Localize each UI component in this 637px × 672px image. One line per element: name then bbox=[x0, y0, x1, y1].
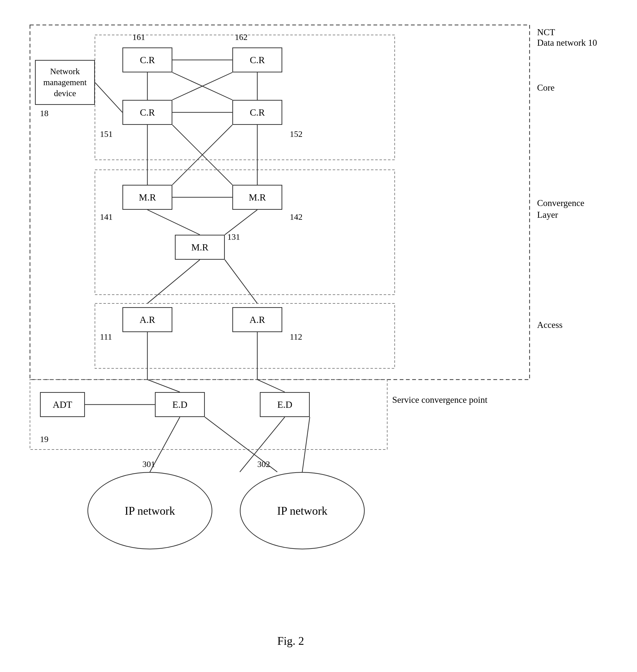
num-141: 141 bbox=[100, 212, 113, 222]
svg-line-17 bbox=[225, 210, 257, 235]
cr-152-label: C.R bbox=[250, 107, 265, 118]
svg-line-16 bbox=[147, 210, 200, 235]
ip-network-1: IP network bbox=[87, 472, 212, 549]
svg-line-19 bbox=[225, 260, 257, 303]
ed-301-box: E.D bbox=[155, 392, 205, 417]
num-162: 162 bbox=[235, 33, 248, 42]
num-301: 301 bbox=[142, 460, 155, 469]
svg-line-8 bbox=[172, 72, 232, 100]
num-131: 131 bbox=[227, 232, 240, 242]
access-label: Access bbox=[537, 320, 563, 330]
service-convergence-label: Service convergence point bbox=[392, 395, 487, 405]
ip-network-2: IP network bbox=[240, 472, 365, 549]
num-111: 111 bbox=[100, 332, 112, 342]
adt-label: ADT bbox=[53, 399, 72, 410]
nm-device-label: Network management device bbox=[43, 66, 87, 99]
cr-162-box: C.R bbox=[232, 48, 282, 72]
mr-141-label: M.R bbox=[139, 192, 156, 203]
cr-161-box: C.R bbox=[122, 48, 172, 72]
ed-302-box: E.D bbox=[260, 392, 310, 417]
cr-152-box: C.R bbox=[232, 100, 282, 125]
nct-label: NCT bbox=[537, 27, 555, 37]
svg-line-23 bbox=[257, 379, 285, 392]
cr-151-box: C.R bbox=[122, 100, 172, 125]
mr-131-box: M.R bbox=[175, 235, 225, 260]
svg-line-13 bbox=[172, 125, 232, 185]
num-142: 142 bbox=[290, 212, 303, 222]
ar-112-label: A.R bbox=[250, 314, 265, 325]
adt-box: ADT bbox=[40, 392, 85, 417]
cr-161-label: C.R bbox=[140, 54, 155, 66]
num-302: 302 bbox=[257, 460, 270, 469]
mr-142-label: M.R bbox=[249, 192, 266, 203]
ar-112-box: A.R bbox=[232, 307, 282, 332]
ar-111-box: A.R bbox=[122, 307, 172, 332]
svg-line-21 bbox=[147, 379, 180, 392]
svg-line-9 bbox=[172, 72, 232, 100]
ip-network-1-label: IP network bbox=[125, 504, 175, 518]
cr-162-label: C.R bbox=[250, 54, 265, 66]
ed-302-label: E.D bbox=[277, 399, 292, 410]
convergence-label: Convergence Layer bbox=[537, 197, 584, 221]
mr-142-box: M.R bbox=[232, 185, 282, 210]
mr-141-box: M.R bbox=[122, 185, 172, 210]
network-management-device: Network management device bbox=[35, 60, 95, 105]
num-161: 161 bbox=[132, 33, 145, 42]
ar-111-label: A.R bbox=[140, 314, 155, 325]
core-label: Core bbox=[537, 82, 554, 93]
num-151: 151 bbox=[100, 129, 113, 139]
svg-line-24 bbox=[95, 82, 122, 112]
svg-line-14 bbox=[172, 125, 232, 185]
data-network-label: Data network 10 bbox=[537, 37, 597, 48]
num-18: 18 bbox=[40, 109, 49, 118]
figure-label: Fig. 2 bbox=[277, 634, 304, 648]
num-112: 112 bbox=[290, 332, 302, 342]
num-152: 152 bbox=[290, 129, 303, 139]
svg-line-28 bbox=[302, 417, 310, 472]
ed-301-label: E.D bbox=[172, 399, 187, 410]
cr-151-label: C.R bbox=[140, 107, 155, 118]
mr-131-label: M.R bbox=[192, 242, 208, 253]
svg-line-18 bbox=[147, 260, 200, 303]
num-19: 19 bbox=[40, 434, 49, 444]
ip-network-2-label: IP network bbox=[277, 504, 327, 518]
